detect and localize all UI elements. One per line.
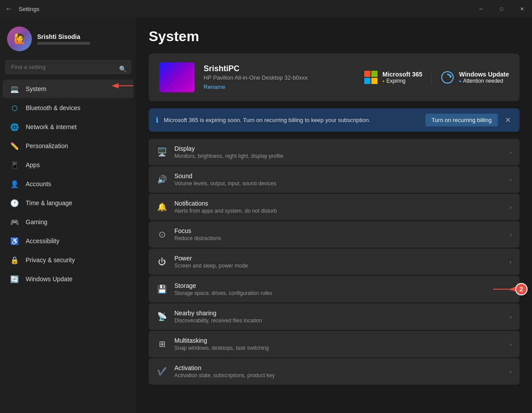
winupdate-name: Windows Update — [459, 71, 509, 78]
titlebar-title: Settings — [19, 6, 39, 12]
focus-chevron: › — [510, 231, 512, 238]
storage-icon: 💾 — [157, 284, 167, 294]
ms365-icon — [364, 70, 378, 84]
power-desc: Screen and sleep, power mode — [174, 263, 503, 269]
svg-rect-2 — [371, 71, 378, 77]
gaming-icon: 🎮 — [10, 217, 19, 227]
bluetooth-icon: ⬡ — [10, 103, 19, 113]
settings-item-display[interactable]: 🖥️ Display Monitors, brightness, night l… — [149, 139, 520, 165]
maximize-button[interactable]: □ — [491, 0, 512, 18]
user-info: Srishti Sisodia — [37, 33, 90, 45]
activation-title: Activation — [174, 364, 503, 371]
sidebar-item-gaming[interactable]: 🎮 Gaming — [3, 213, 134, 231]
storage-title: Storage — [174, 282, 503, 289]
focus-desc: Reduce distractions — [174, 235, 503, 241]
search-input[interactable] — [5, 60, 131, 74]
settings-item-notifications[interactable]: 🔔 Notifications Alerts from apps and sys… — [149, 194, 520, 220]
power-chevron: › — [510, 259, 512, 265]
notifications-text: Notifications Alerts from apps and syste… — [174, 200, 503, 214]
svg-marker-6 — [449, 75, 452, 77]
focus-text: Focus Reduce distractions — [174, 227, 503, 241]
avatar: 🙋 — [7, 27, 32, 51]
display-chevron: › — [510, 149, 512, 156]
personalization-icon: ✏️ — [10, 141, 19, 151]
settings-item-activation[interactable]: ✔️ Activation Activation state, subscrip… — [149, 358, 520, 385]
device-info: SrishtiPC HP Pavilion All-in-One Desktop… — [204, 64, 355, 91]
sidebar-item-system[interactable]: 💻 System — [3, 80, 134, 98]
sound-text: Sound Volume levels, output, input, soun… — [174, 172, 503, 187]
settings-list: 🖥️ Display Monitors, brightness, night l… — [149, 139, 520, 385]
sidebar-item-label-bluetooth: Bluetooth & devices — [26, 104, 81, 111]
sound-chevron: › — [510, 176, 512, 183]
sidebar-item-label-system: System — [26, 85, 46, 92]
storage-chevron: › — [510, 286, 512, 293]
svg-rect-1 — [364, 71, 370, 77]
sidebar-nav: 💻 System 1 ⬡ Bluetooth & devices — [0, 79, 136, 289]
sidebar-item-label-update: Windows Update — [26, 275, 73, 283]
system-icon: 💻 — [10, 84, 19, 94]
notifications-chevron: › — [510, 204, 512, 210]
winupdate-status: ● Attention needed — [459, 78, 509, 84]
device-name: SrishtiPC — [204, 64, 355, 73]
back-icon[interactable]: ← — [5, 5, 12, 13]
sidebar-item-label-personalization: Personalization — [26, 142, 68, 149]
device-apps: Microsoft 365 ● Expiring — [364, 70, 509, 84]
power-text: Power Screen and sleep, power mode — [174, 255, 503, 269]
alert-text: Microsoft 365 is expiring soon. Turn on … — [164, 117, 420, 123]
network-icon: 🌐 — [10, 122, 19, 132]
storage-text: Storage Storage space, drives, configura… — [174, 282, 503, 296]
annotation-badge-2: 2 — [515, 283, 528, 295]
nearby-text: Nearby sharing Discoverability, received… — [174, 310, 503, 324]
sidebar-item-network[interactable]: 🌐 Network & internet — [3, 118, 134, 136]
notifications-icon: 🔔 — [157, 202, 167, 212]
apps-icon: 📱 — [10, 160, 19, 170]
activation-text: Activation Activation state, subscriptio… — [174, 364, 503, 379]
sidebar-item-label-accessibility: Accessibility — [26, 237, 59, 245]
ms365-app[interactable]: Microsoft 365 ● Expiring — [364, 70, 422, 84]
sidebar-item-accessibility[interactable]: ♿ Accessibility — [3, 232, 134, 250]
settings-item-nearby[interactable]: 📡 Nearby sharing Discoverability, receiv… — [149, 303, 520, 330]
device-rename-link[interactable]: Rename — [204, 84, 225, 90]
sidebar-item-time[interactable]: 🕐 Time & language — [3, 194, 134, 212]
user-profile[interactable]: 🙋 Srishti Sisodia — [0, 18, 136, 58]
settings-item-storage[interactable]: 💾 Storage Storage space, drives, configu… — [149, 276, 520, 302]
display-text: Display Monitors, brightness, night ligh… — [174, 145, 503, 159]
settings-item-power[interactable]: ⏻ Power Screen and sleep, power mode › — [149, 249, 520, 275]
sidebar-item-accounts[interactable]: 👤 Accounts — [3, 175, 134, 193]
multitasking-desc: Snap windows, desktops, task switching — [174, 345, 503, 351]
settings-item-sound[interactable]: 🔊 Sound Volume levels, output, input, so… — [149, 166, 520, 193]
user-name: Srishti Sisodia — [37, 33, 90, 40]
privacy-icon: 🔒 — [10, 255, 19, 265]
titlebar: ← Settings ─ □ ✕ — [0, 0, 532, 18]
ms365-info: Microsoft 365 ● Expiring — [382, 71, 422, 84]
close-button[interactable]: ✕ — [512, 0, 532, 18]
sidebar-item-label-accounts: Accounts — [26, 180, 51, 187]
sidebar-item-personalization[interactable]: ✏️ Personalization — [3, 137, 134, 155]
power-icon: ⏻ — [157, 256, 167, 267]
minimize-button[interactable]: ─ — [471, 0, 491, 18]
alert-banner: ℹ Microsoft 365 is expiring soon. Turn o… — [149, 108, 520, 132]
sidebar-item-privacy[interactable]: 🔒 Privacy & security — [3, 251, 134, 269]
turn-on-recurring-billing-button[interactable]: Turn on recurring billing — [425, 114, 498, 126]
focus-icon: ⊙ — [157, 229, 167, 240]
display-icon: 🖥️ — [157, 147, 167, 157]
settings-item-focus[interactable]: ⊙ Focus Reduce distractions › — [149, 221, 520, 248]
display-title: Display — [174, 145, 503, 152]
sidebar-item-apps[interactable]: 📱 Apps — [3, 156, 134, 174]
alert-close-button[interactable]: ✕ — [503, 116, 513, 124]
sidebar-item-update[interactable]: 🔄 Windows Update — [3, 270, 134, 288]
nearby-chevron: › — [510, 314, 512, 320]
sidebar-item-bluetooth[interactable]: ⬡ Bluetooth & devices — [3, 99, 134, 117]
user-bar-decoration — [37, 42, 90, 45]
accounts-icon: 👤 — [10, 179, 19, 189]
device-card: SrishtiPC HP Pavilion All-in-One Desktop… — [149, 54, 520, 101]
winupdate-status-dot: ● — [459, 79, 461, 83]
focus-title: Focus — [174, 227, 503, 234]
search-container: 🔍 — [0, 58, 136, 79]
winupdate-app[interactable]: Windows Update ● Attention needed — [440, 70, 509, 84]
multitasking-title: Multitasking — [174, 337, 503, 344]
ms365-name: Microsoft 365 — [382, 71, 422, 78]
settings-item-multitasking[interactable]: ⊞ Multitasking Snap windows, desktops, t… — [149, 331, 520, 357]
sound-icon: 🔊 — [157, 174, 167, 185]
activation-icon: ✔️ — [157, 366, 167, 377]
